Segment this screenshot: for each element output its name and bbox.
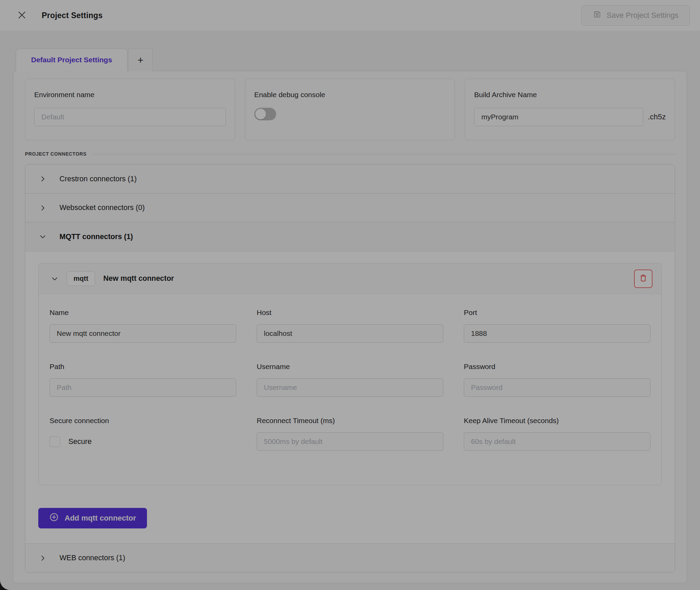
mqtt-type-badge: mqtt: [67, 271, 95, 286]
path-input[interactable]: [50, 378, 236, 397]
mqtt-connector-card: mqtt New mqtt connector: [38, 263, 662, 485]
password-input[interactable]: [464, 378, 650, 397]
build-archive-input[interactable]: [474, 108, 643, 126]
environment-name-label: Environment name: [34, 91, 226, 99]
accordion-websocket-connectors[interactable]: Websocket connectors (0): [25, 193, 675, 222]
secure-checkbox-row: Secure: [50, 432, 236, 451]
mqtt-connector-title: New mqtt connector: [103, 274, 174, 283]
keepalive-timeout-field-group: Keep Alive Timeout (seconds): [464, 417, 650, 451]
host-input[interactable]: [257, 324, 443, 343]
reconnect-timeout-input[interactable]: [257, 432, 443, 451]
save-button-label: Save Project Settings: [607, 11, 678, 20]
project-connectors-section: PROJECT CONNECTORS: [25, 151, 675, 157]
project-settings-modal: Project Settings Save Project Settings D…: [0, 0, 700, 590]
modal-header: Project Settings Save Project Settings: [0, 0, 700, 31]
plus-icon: +: [137, 54, 144, 66]
section-divider: [93, 154, 675, 154]
close-icon: [17, 10, 27, 21]
debug-console-label: Enable debug console: [254, 91, 446, 99]
save-project-settings-button[interactable]: Save Project Settings: [581, 5, 690, 26]
archive-extension-suffix: .ch5z: [648, 113, 666, 121]
mqtt-connectors-section: MQTT connectors (1) mqtt New mqtt connec…: [25, 222, 675, 543]
chevron-down-icon: [39, 233, 46, 240]
secure-connection-label: Secure connection: [50, 417, 236, 425]
secure-checkbox[interactable]: [50, 436, 60, 447]
debug-console-card: Enable debug console: [245, 79, 455, 140]
connectors-accordion: Crestron connectors (1) Websocket connec…: [25, 164, 675, 573]
port-field-group: Port: [464, 309, 650, 343]
accordion-mqtt-connectors[interactable]: MQTT connectors (1): [25, 222, 675, 251]
environment-name-card: Environment name: [25, 79, 235, 140]
environment-name-input[interactable]: [34, 108, 226, 126]
accordion-crestron-connectors[interactable]: Crestron connectors (1): [25, 165, 675, 193]
path-label: Path: [50, 363, 236, 371]
build-archive-input-row: .ch5z: [474, 108, 666, 126]
keepalive-timeout-input[interactable]: [464, 432, 650, 451]
reconnect-timeout-field-group: Reconnect Timeout (ms): [257, 417, 443, 451]
secure-checkbox-label: Secure: [68, 437, 92, 446]
websocket-connectors-label: Websocket connectors (0): [59, 204, 145, 212]
accordion-web-connectors[interactable]: WEB connectors (1): [25, 543, 675, 572]
form-row-1: Name Host Port: [50, 309, 650, 343]
build-archive-card: Build Archive Name .ch5z: [465, 79, 675, 140]
username-label: Username: [257, 363, 443, 371]
project-connectors-label: PROJECT CONNECTORS: [25, 151, 86, 157]
trash-icon: [638, 273, 648, 284]
secure-field-group: Secure connection Secure: [50, 417, 236, 451]
build-archive-label: Build Archive Name: [474, 91, 666, 99]
form-row-3: Secure connection Secure Reconnect Timeo…: [50, 417, 650, 451]
name-field-group: Name: [50, 309, 236, 343]
password-field-group: Password: [464, 363, 650, 397]
username-field-group: Username: [257, 363, 443, 397]
save-icon: [593, 10, 602, 21]
form-row-2: Path Username Password: [50, 363, 650, 397]
tab-label: Default Project Settings: [31, 56, 112, 64]
tab-default-project-settings[interactable]: Default Project Settings: [16, 49, 127, 71]
path-field-group: Path: [50, 363, 236, 397]
name-input[interactable]: [50, 324, 236, 343]
debug-console-toggle[interactable]: [254, 108, 276, 120]
close-button[interactable]: [16, 9, 28, 22]
mqtt-connector-card-header[interactable]: mqtt New mqtt connector: [39, 263, 661, 294]
delete-connector-button[interactable]: [634, 270, 652, 288]
keepalive-timeout-label: Keep Alive Timeout (seconds): [464, 417, 650, 425]
add-mqtt-connector-button[interactable]: Add mqtt connector: [38, 508, 147, 528]
settings-tabbar: Default Project Settings +: [0, 31, 700, 71]
reconnect-timeout-label: Reconnect Timeout (ms): [257, 417, 443, 425]
page-title: Project Settings: [42, 11, 103, 20]
settings-panel: Environment name Enable debug console Bu…: [13, 71, 687, 583]
plus-circle-icon: [49, 512, 59, 524]
add-tab-button[interactable]: +: [128, 49, 153, 71]
add-mqtt-connector-label: Add mqtt connector: [65, 514, 136, 523]
host-label: Host: [257, 309, 443, 317]
settings-cards-row: Environment name Enable debug console Bu…: [25, 79, 675, 140]
web-connectors-label: WEB connectors (1): [59, 554, 125, 562]
mqtt-connectors-label: MQTT connectors (1): [59, 233, 133, 241]
host-field-group: Host: [257, 309, 443, 343]
toggle-knob: [255, 109, 266, 119]
port-label: Port: [464, 309, 650, 317]
chevron-right-icon: [39, 175, 46, 183]
chevron-right-icon: [39, 204, 46, 212]
name-label: Name: [50, 309, 236, 317]
mqtt-connector-form: Name Host Port: [39, 294, 661, 485]
chevron-down-icon: [51, 275, 58, 283]
username-input[interactable]: [257, 378, 443, 397]
mqtt-connectors-body: mqtt New mqtt connector: [25, 251, 675, 543]
password-label: Password: [464, 363, 650, 371]
port-input[interactable]: [464, 324, 650, 343]
crestron-connectors-label: Crestron connectors (1): [59, 175, 137, 183]
chevron-right-icon: [39, 554, 46, 562]
